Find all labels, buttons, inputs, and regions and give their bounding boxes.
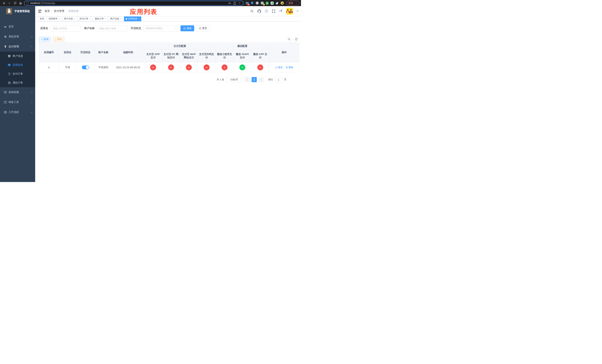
sidebar-item-system[interactable]: 系统管理 [0, 32, 35, 42]
next-page-button[interactable]: › [258, 77, 264, 82]
extension-chat-icon[interactable] [270, 1, 274, 5]
chevron-down-icon [174, 27, 176, 29]
toolbox-icon [4, 101, 7, 104]
breadcrumb-current: 应用信息 [68, 10, 79, 13]
sidebar-item-infra[interactable]: 基础设施 [0, 87, 35, 97]
sidebar-item-workflow[interactable]: 工作流程 [0, 107, 35, 117]
url-text[interactable]: localhost:1024/pay/app [30, 2, 227, 4]
back-button[interactable] [1, 1, 6, 6]
table-toolbar: + 新增 ↓ 导出 [39, 37, 299, 42]
close-icon[interactable]: × [89, 18, 91, 20]
bookmark-star-icon[interactable]: ☆ [238, 1, 241, 5]
wx-jsapi-status-icon: ✓ [239, 64, 245, 70]
export-button[interactable]: ↓ 导出 [53, 37, 64, 42]
help-icon[interactable]: ? [265, 9, 268, 13]
sidebar-item-payment[interactable]: ¥ 支付管理 [0, 42, 35, 52]
close-icon[interactable]: × [74, 18, 75, 20]
share-icon[interactable] [233, 2, 236, 5]
col-app-name: 应用名 [59, 43, 76, 62]
extension-balloon-icon[interactable] [250, 1, 254, 5]
password-key-icon[interactable] [228, 2, 231, 5]
search-icon[interactable] [250, 9, 254, 13]
group-alipay-config: 支付宝配置 [144, 43, 216, 50]
app-name-input[interactable] [50, 25, 81, 31]
tab-merchant-info[interactable]: 商户信息× [109, 16, 123, 21]
add-button[interactable]: + 新增 [39, 37, 51, 42]
briefcase-icon [4, 111, 7, 114]
delete-link[interactable]: 删除 [286, 66, 293, 69]
extension-y-logo-icon[interactable]: y [266, 1, 269, 5]
extension-recorder-icon[interactable]: 1 [260, 1, 264, 5]
reload-icon [14, 2, 16, 4]
browser-menu-icon[interactable]: ⋮ [295, 2, 298, 4]
font-size-icon[interactable]: TT [279, 9, 283, 13]
enabled-toggle[interactable] [82, 65, 89, 69]
coin-icon: ¥ [8, 72, 11, 75]
extension-grid-icon[interactable]: 10 [246, 1, 249, 5]
extension-command-icon[interactable]: ⌘ [256, 1, 259, 5]
goto-page-input[interactable] [275, 77, 282, 82]
search-button[interactable]: 搜索 [181, 25, 194, 31]
cell-app-id: 6 [39, 62, 59, 73]
edit-link[interactable]: 修改 [275, 66, 283, 69]
sidebar-item-dev-tools[interactable]: 研发工具 [0, 97, 35, 107]
app-logo[interactable]: 芋道管理系统 [0, 6, 35, 16]
sidebar-item-home[interactable]: 首页 [0, 22, 35, 32]
annotation-overlay: 应用列表 [130, 8, 157, 16]
fullscreen-icon[interactable] [272, 9, 275, 13]
extension-badge: 1 [263, 4, 265, 6]
forward-icon [8, 2, 11, 5]
extensions-puzzle-icon[interactable] [275, 1, 279, 5]
prev-page-button[interactable]: ‹ [245, 77, 250, 82]
document-icon [8, 81, 11, 84]
sidebar-item-app-info[interactable]: 应用信息 [0, 61, 35, 69]
monitor-icon [4, 91, 7, 94]
collapse-sidebar-button[interactable] [38, 9, 42, 13]
url-bar[interactable]: i localhost:1024/pay/app ☆ [24, 1, 244, 6]
alipay-app-status-icon: × [150, 64, 156, 70]
page-size-select[interactable]: 10条/页 [226, 77, 243, 82]
reset-button[interactable]: 重置 [196, 25, 210, 31]
cell-enabled [76, 62, 95, 73]
user-avatar[interactable] [286, 8, 293, 15]
tab-home[interactable]: 首页 [38, 16, 46, 21]
gear-icon [4, 35, 7, 38]
chevron-down-icon [31, 91, 33, 93]
profile-avatar-icon[interactable] [280, 1, 284, 5]
merchant-name-input[interactable] [97, 25, 127, 31]
tab-pay-order[interactable]: 支付订单× [78, 16, 92, 21]
refresh-table-button[interactable] [294, 37, 299, 42]
cell-merchant: 芋道源码 [95, 62, 112, 73]
col-actions: 操作 [269, 43, 299, 62]
col-app-id: 应用编号 [39, 43, 59, 62]
tab-app-info[interactable]: 应用信息× [124, 16, 141, 21]
home-button[interactable] [18, 1, 23, 6]
close-icon[interactable]: × [105, 18, 106, 20]
page-content: 应用名 商户名称 开启状态 请选择开启状态 搜索 重置 [35, 22, 301, 182]
breadcrumb-payment[interactable]: 支付管理 [54, 10, 64, 13]
tab-process-form[interactable]: 流程表单× [47, 16, 61, 21]
reload-button[interactable] [13, 1, 17, 6]
navbar-actions: ? TT [250, 8, 298, 15]
close-icon[interactable]: × [120, 18, 121, 20]
breadcrumb-home[interactable]: 首页 [45, 10, 50, 13]
alipay-wap-status-icon: × [186, 64, 192, 70]
sidebar-item-merchant-info[interactable]: 商户信息 [0, 52, 35, 61]
page-unit-label: 页 [284, 78, 287, 81]
github-icon[interactable] [257, 9, 261, 13]
sidebar-item-refund-order[interactable]: 退款订单 [0, 78, 35, 87]
tab-user-group[interactable]: 用户分组× [62, 16, 77, 21]
page-1-button[interactable]: 1 [252, 77, 257, 82]
sidebar-item-pay-order[interactable]: ¥ 支付订单 [0, 69, 35, 78]
close-icon[interactable]: × [58, 18, 60, 20]
tab-refund-order[interactable]: 退款订单× [93, 16, 108, 21]
avatar-dropdown-caret[interactable] [297, 11, 298, 12]
close-icon[interactable]: × [138, 18, 140, 20]
site-info-icon[interactable]: i [26, 2, 29, 4]
forward-button[interactable] [7, 1, 12, 6]
chevron-down-icon [240, 78, 242, 80]
tags-view-bar: 首页 流程表单× 用户分组× 支付订单× 退款订单× 商户信息× 应用信息× [35, 16, 301, 22]
status-select[interactable]: 请选择开启状态 [143, 25, 178, 31]
hide-search-button[interactable] [287, 37, 292, 42]
update-button[interactable]: 更新 ⋮ [286, 1, 300, 6]
